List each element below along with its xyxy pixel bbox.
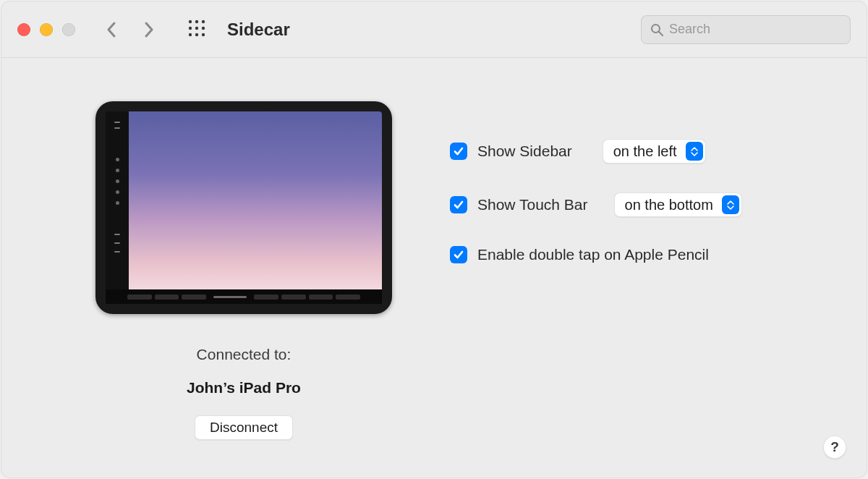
svg-point-4 xyxy=(195,26,198,29)
svg-point-3 xyxy=(189,26,192,29)
chevron-updown-icon xyxy=(722,195,739,214)
search-input[interactable] xyxy=(669,22,841,37)
touchbar-position-value: on the bottom xyxy=(625,197,713,213)
chevron-updown-icon xyxy=(686,142,703,161)
touchbar-position-popup[interactable]: on the bottom xyxy=(614,192,742,217)
preferences-window: Sidecar xyxy=(1,1,867,478)
apple-pencil-label: Enable double tap on Apple Pencil xyxy=(477,246,709,263)
minimize-window-button[interactable] xyxy=(40,23,53,36)
traffic-lights xyxy=(17,23,75,36)
show-sidebar-label: Show Sidebar xyxy=(477,143,572,160)
show-touchbar-checkbox[interactable] xyxy=(450,196,467,213)
close-window-button[interactable] xyxy=(17,23,30,36)
zoom-window-button xyxy=(62,23,75,36)
svg-point-2 xyxy=(202,20,205,22)
svg-point-6 xyxy=(189,33,192,35)
sidebar-position-popup[interactable]: on the left xyxy=(603,139,706,164)
show-sidebar-checkbox[interactable] xyxy=(450,143,467,160)
svg-point-8 xyxy=(202,33,205,35)
titlebar: Sidecar xyxy=(1,1,867,58)
svg-line-10 xyxy=(659,32,663,35)
svg-point-0 xyxy=(189,20,192,22)
back-button[interactable] xyxy=(106,20,117,40)
device-name: John’s iPad Pro xyxy=(187,379,301,397)
device-pane: Connected to: John’s iPad Pro Disconnect xyxy=(45,94,392,449)
pane-title: Sidecar xyxy=(227,20,641,40)
svg-point-1 xyxy=(195,20,198,22)
show-touchbar-label: Show Touch Bar xyxy=(477,196,588,213)
show-all-button[interactable] xyxy=(188,20,205,40)
connected-to-label: Connected to: xyxy=(197,346,292,363)
apple-pencil-checkbox[interactable] xyxy=(450,246,467,263)
options-pane: Show Sidebar on the left Show Touch Bar xyxy=(450,94,742,449)
ipad-sidebar-preview xyxy=(106,111,129,289)
forward-button[interactable] xyxy=(143,20,155,40)
svg-point-7 xyxy=(195,33,198,35)
svg-point-5 xyxy=(202,26,205,29)
nav-arrows xyxy=(106,20,155,40)
ipad-touchbar-preview xyxy=(106,289,382,304)
disconnect-button[interactable]: Disconnect xyxy=(195,415,293,440)
ipad-wallpaper xyxy=(129,111,382,289)
search-icon xyxy=(650,23,663,36)
search-field[interactable] xyxy=(641,15,851,44)
sidebar-position-value: on the left xyxy=(613,143,677,160)
apple-pencil-row: Enable double tap on Apple Pencil xyxy=(450,246,742,263)
help-button[interactable]: ? xyxy=(823,436,846,459)
show-sidebar-row: Show Sidebar on the left xyxy=(450,139,742,164)
ipad-preview xyxy=(95,101,392,314)
content: Connected to: John’s iPad Pro Disconnect… xyxy=(1,58,867,478)
show-touchbar-row: Show Touch Bar on the bottom xyxy=(450,192,742,217)
